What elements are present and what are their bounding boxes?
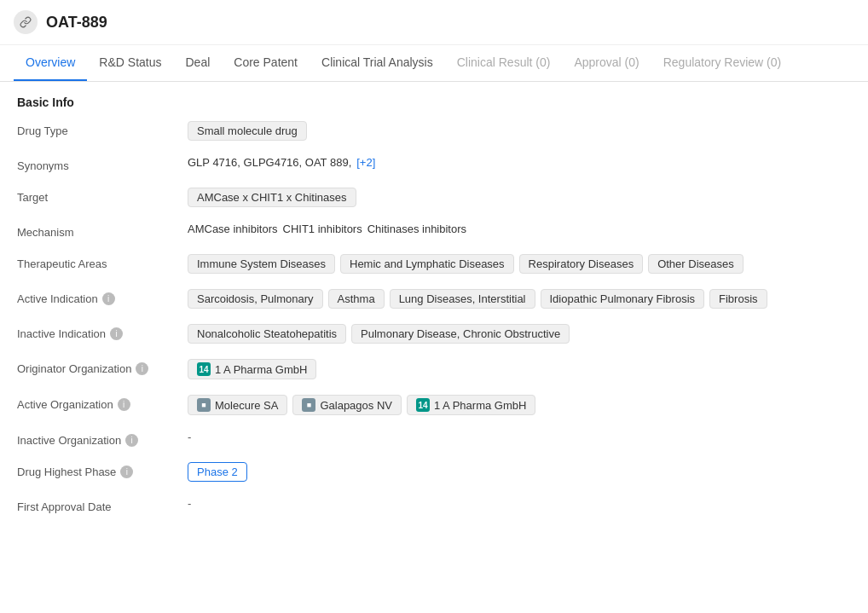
value-inactive-org: - — [188, 431, 851, 443]
header: OAT-889 — [0, 0, 868, 45]
label-active-org: Active Organization i — [17, 395, 188, 411]
label-drug-type: Drug Type — [17, 121, 188, 137]
synonyms-text: GLP 4716, GLPG4716, OAT 889, — [188, 156, 351, 169]
page-title: OAT-889 — [46, 14, 107, 32]
row-originator-org: Originator Organization i 14 1 A Pharma … — [17, 359, 851, 379]
org-badge-galapagos[interactable]: ■ Galapagos NV — [292, 395, 402, 415]
info-icon-originator[interactable]: i — [136, 362, 148, 375]
badge-small-molecule[interactable]: Small molecule drug — [188, 121, 307, 141]
label-originator-org: Originator Organization i — [17, 359, 188, 375]
badge-ipf[interactable]: Idiopathic Pulmonary Fibrosis — [541, 289, 705, 309]
info-icon-active-org[interactable]: i — [118, 398, 130, 411]
row-active-indication: Active Indication i Sarcoidosis, Pulmona… — [17, 289, 851, 309]
tab-rd-status[interactable]: R&D Status — [87, 45, 173, 81]
label-mechanism: Mechanism — [17, 223, 188, 239]
label-inactive-org: Inactive Organization i — [17, 431, 188, 447]
badge-other[interactable]: Other Diseases — [648, 254, 744, 274]
value-originator-org: 14 1 A Pharma GmbH — [188, 359, 851, 379]
row-drug-type: Drug Type Small molecule drug — [17, 121, 851, 141]
value-drug-type: Small molecule drug — [188, 121, 851, 141]
value-mechanism: AMCase inhibitors CHIT1 inhibitors Chiti… — [188, 223, 851, 235]
mechanism-item-2: Chitinases inhibitors — [367, 223, 466, 235]
main-content: Basic Info Drug Type Small molecule drug… — [0, 82, 868, 542]
row-therapeutic-areas: Therapeutic Areas Immune System Diseases… — [17, 254, 851, 274]
row-inactive-org: Inactive Organization i - — [17, 431, 851, 447]
label-target: Target — [17, 188, 188, 204]
tabs-bar: Overview R&D Status Deal Core Patent Cli… — [0, 45, 868, 82]
value-inactive-indication: Nonalcoholic Steatohepatitis Pulmonary D… — [188, 324, 851, 344]
info-icon-inactive-indication[interactable]: i — [110, 327, 123, 340]
badge-immune[interactable]: Immune System Diseases — [188, 254, 335, 274]
org-icon-molecure: ■ — [197, 398, 211, 412]
tab-deal[interactable]: Deal — [174, 45, 223, 81]
first-approval-date-value: - — [188, 497, 191, 510]
tab-clinical-trial[interactable]: Clinical Trial Analysis — [310, 45, 445, 81]
label-first-approval-date: First Approval Date — [17, 497, 188, 513]
value-active-indication: Sarcoidosis, Pulmonary Asthma Lung Disea… — [188, 289, 851, 309]
badge-hemic[interactable]: Hemic and Lymphatic Diseases — [340, 254, 514, 274]
badge-phase2[interactable]: Phase 2 — [188, 462, 247, 482]
org-badge-1a-pharma-originator[interactable]: 14 1 A Pharma GmbH — [188, 359, 316, 379]
row-target: Target AMCase x CHIT1 x Chitinases — [17, 188, 851, 207]
badge-respiratory[interactable]: Respiratory Diseases — [519, 254, 644, 274]
badge-nash[interactable]: Nonalcoholic Steatohepatitis — [188, 324, 346, 344]
tab-regulatory-review: Regulatory Review (0) — [651, 45, 794, 81]
value-drug-highest-phase: Phase 2 — [188, 462, 851, 482]
org-icon-galapagos: ■ — [302, 398, 315, 412]
org-icon-1a-pharma: 14 — [197, 362, 211, 376]
badge-target[interactable]: AMCase x CHIT1 x Chitinases — [188, 188, 356, 207]
badge-lung-diseases[interactable]: Lung Diseases, Interstitial — [390, 289, 535, 309]
row-drug-highest-phase: Drug Highest Phase i Phase 2 — [17, 462, 851, 482]
value-synonyms: GLP 4716, GLPG4716, OAT 889, [+2] — [188, 156, 851, 169]
row-active-org: Active Organization i ■ Molecure SA ■ Ga… — [17, 395, 851, 415]
label-synonyms: Synonyms — [17, 156, 188, 172]
tab-clinical-result: Clinical Result (0) — [445, 45, 563, 81]
org-badge-1a-pharma-active[interactable]: 14 1 A Pharma GmbH — [407, 395, 535, 415]
label-drug-highest-phase: Drug Highest Phase i — [17, 462, 188, 478]
label-therapeutic-areas: Therapeutic Areas — [17, 254, 188, 270]
value-therapeutic-areas: Immune System Diseases Hemic and Lymphat… — [188, 254, 851, 274]
value-active-org: ■ Molecure SA ■ Galapagos NV 14 1 A Phar… — [188, 395, 851, 415]
info-icon-inactive-org[interactable]: i — [125, 434, 138, 447]
badge-sarcoidosis[interactable]: Sarcoidosis, Pulmonary — [188, 289, 323, 309]
label-inactive-indication: Inactive Indication i — [17, 324, 188, 340]
row-inactive-indication: Inactive Indication i Nonalcoholic Steat… — [17, 324, 851, 344]
badge-asthma[interactable]: Asthma — [328, 289, 385, 309]
badge-fibrosis[interactable]: Fibrosis — [709, 289, 767, 309]
row-mechanism: Mechanism AMCase inhibitors CHIT1 inhibi… — [17, 223, 851, 239]
inactive-org-value: - — [188, 431, 191, 443]
drug-icon — [14, 10, 38, 34]
value-first-approval-date: - — [188, 497, 851, 510]
badge-copd[interactable]: Pulmonary Disease, Chronic Obstructive — [351, 324, 570, 344]
tab-overview[interactable]: Overview — [14, 45, 87, 81]
info-icon-active-indication[interactable]: i — [102, 292, 115, 305]
mechanism-item-1: CHIT1 inhibitors — [283, 223, 362, 235]
tab-core-patent[interactable]: Core Patent — [222, 45, 310, 81]
tab-approval: Approval (0) — [562, 45, 651, 81]
row-synonyms: Synonyms GLP 4716, GLPG4716, OAT 889, [+… — [17, 156, 851, 172]
org-badge-molecure[interactable]: ■ Molecure SA — [188, 395, 287, 415]
row-first-approval-date: First Approval Date - — [17, 497, 851, 513]
org-icon-1a-active: 14 — [416, 398, 430, 412]
info-icon-drug-phase[interactable]: i — [120, 466, 133, 478]
synonyms-more-link[interactable]: [+2] — [356, 156, 375, 169]
label-active-indication: Active Indication i — [17, 289, 188, 305]
section-basic-info: Basic Info — [17, 95, 851, 109]
mechanism-item-0: AMCase inhibitors — [188, 223, 278, 235]
value-target: AMCase x CHIT1 x Chitinases — [188, 188, 851, 207]
